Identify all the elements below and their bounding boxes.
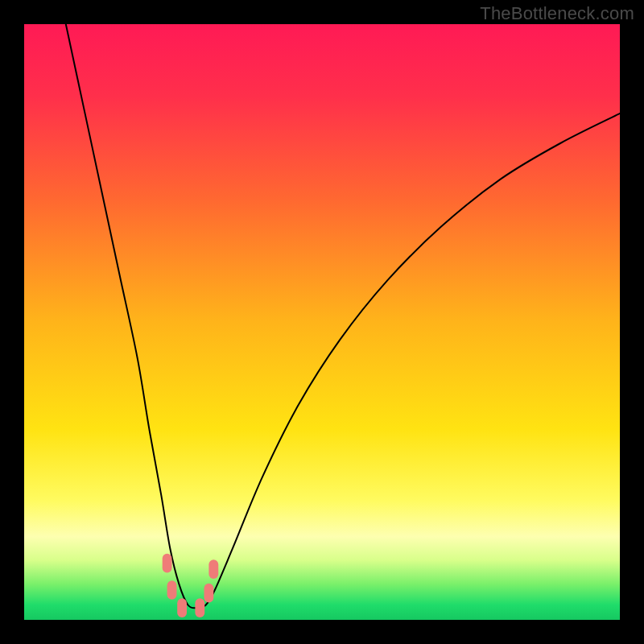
chart-frame: TheBottleneck.com [0,0,644,644]
trough-marker [208,559,218,579]
plot-area [24,24,620,620]
curve-layer [24,24,620,620]
trough-marker [204,584,213,603]
watermark-text: TheBottleneck.com [480,3,634,24]
trough-marker [195,598,204,617]
trough-marker [167,580,177,600]
trough-marker [163,554,172,573]
bottleneck-curve [66,24,620,608]
trough-marker [177,598,187,617]
